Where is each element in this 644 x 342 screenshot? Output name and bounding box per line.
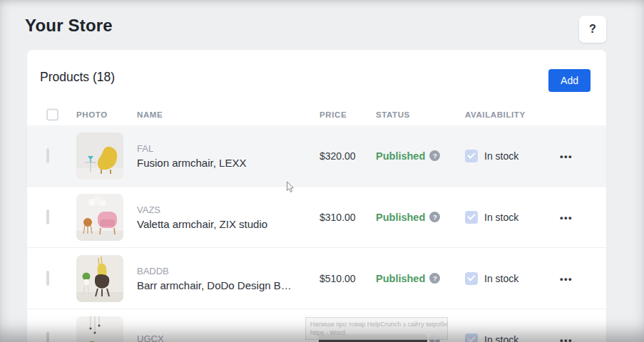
table-row[interactable]: FAL Fusion armchair, LEXX $320.00 Publis… [27,125,606,187]
row-checkbox[interactable] [46,332,49,342]
product-price: $310.00 [320,212,356,223]
status-published-label: Published [376,273,425,284]
column-header-availability: AVAILABILITY [465,110,526,119]
column-header-status: STATUS [376,110,410,119]
product-name: Valetta armchair, ZIX studio [137,218,315,230]
status-help-icon[interactable]: ? [429,150,440,161]
question-mark-icon: ? [589,23,596,36]
yellow-armchair-photo [76,133,123,180]
in-stock-label: In stock [484,273,518,284]
row-checkbox[interactable] [46,209,49,224]
product-name-block: FAL Fusion armchair, LEXX [137,143,315,169]
tooltip-line-1: Напиши про товар HelpCrunch з сайту виро… [310,320,443,328]
row-menu-button[interactable]: ••• [556,212,577,222]
product-price: $320.00 [320,150,356,162]
product-name: Barr armchair, DoDo Design B… [137,279,315,291]
product-name-block: VAZS Valetta armchair, ZIX studio [137,204,315,230]
in-stock-checkbox[interactable] [465,272,478,285]
in-stock-checkbox[interactable] [465,333,478,342]
product-sku: VAZS [137,204,315,215]
green-chair-photo [76,316,123,342]
column-header-price: PRICE [320,110,347,119]
product-status: Published ? [376,150,440,162]
product-name-block: BADDB Barr armchair, DoDo Design B… [137,266,315,291]
row-checkbox[interactable] [46,271,49,286]
column-header-name: NAME [137,110,163,119]
in-stock-label: In stock [484,150,518,162]
product-availability: In stock [465,333,518,342]
taskbar-tooltip: Напиши про товар HelpCrunch з сайту виро… [305,317,448,340]
row-menu-button[interactable]: ••• [556,273,577,284]
brown-armchair-photo [76,255,123,302]
table-header: PHOTO NAME PRICE STATUS AVAILABILITY [27,103,606,125]
page-title: Your Store [25,16,113,36]
row-menu-button[interactable]: ••• [556,334,577,342]
product-status: Published ? [376,273,440,284]
product-sku: FAL [137,143,315,154]
row-menu-button[interactable]: ••• [556,150,577,161]
in-stock-label: In stock [484,334,518,342]
status-published-label: Published [376,150,425,162]
column-header-photo: PHOTO [76,110,108,119]
table-row[interactable]: BADDB Barr armchair, DoDo Design B… $510… [27,248,606,309]
status-help-icon[interactable]: ? [429,273,440,284]
product-price: $510.00 [320,273,356,284]
in-stock-checkbox[interactable] [465,150,478,162]
product-availability: In stock [465,272,518,285]
select-all-checkbox[interactable] [46,108,58,120]
row-checkbox[interactable] [46,148,49,163]
product-sku: UGCX [137,333,315,342]
panel-heading: Products (18) [40,70,115,85]
in-stock-checkbox[interactable] [465,211,478,224]
products-panel: Products (18) Add PHOTO NAME PRICE STATU… [27,50,606,342]
table-body: FAL Fusion armchair, LEXX $320.00 Publis… [27,125,606,342]
product-sku: BADDB [137,266,315,276]
product-name-block: UGCX [137,333,315,342]
tooltip-line-2: https - Word [310,328,443,337]
add-button[interactable]: Add [548,69,591,92]
product-name: Fusion armchair, LEXX [137,157,315,169]
page-background: { "window": { "title": "Your Store", "he… [0,0,644,342]
status-help-icon[interactable]: ? [429,212,440,222]
status-published-label: Published [376,212,425,223]
product-availability: In stock [465,150,518,162]
help-button[interactable]: ? [579,16,606,43]
table-row[interactable]: VAZS Valetta armchair, ZIX studio $310.0… [27,187,606,248]
product-availability: In stock [465,211,518,224]
pink-armchair-photo [76,194,123,241]
in-stock-label: In stock [484,212,518,223]
product-status: Published ? [376,212,440,223]
